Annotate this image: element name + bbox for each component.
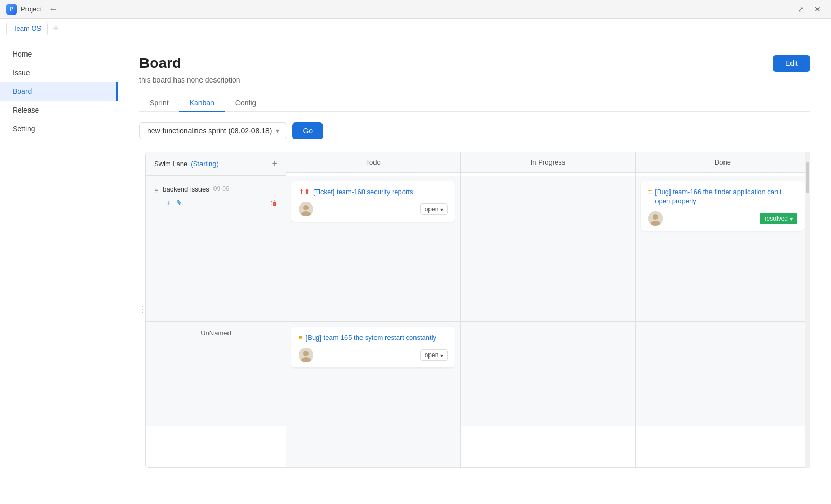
sidebar-item-board[interactable]: Board [0, 82, 118, 101]
add-tab-button[interactable]: + [50, 23, 62, 34]
inprogress-body-col [461, 176, 635, 321]
kanban-col-done: Done [636, 152, 810, 176]
drag-handle[interactable]: ⋮ [139, 152, 145, 468]
inprogress-body [461, 176, 635, 321]
card-footer-unnamed: open ▾ [299, 348, 448, 362]
kanban-col-todo: Todo [286, 152, 461, 176]
done-body: ≡ [Bug] team-166 the finder application … [636, 176, 810, 321]
status-badge-open-2[interactable]: open ▾ [420, 349, 448, 361]
lane-add-button[interactable]: + [167, 199, 171, 207]
chevron-down-icon-2: ▾ [440, 352, 443, 358]
close-button[interactable]: ✕ [810, 4, 825, 15]
unnamed-done-col [636, 322, 810, 467]
done-body-col: ≡ [Bug] team-166 the finder application … [636, 176, 810, 321]
unnamed-todo-col: ≡ [Bug] team-165 the sytem restart const… [286, 322, 461, 467]
swim-lane-add-button[interactable]: + [272, 158, 277, 169]
sidebar-item-setting[interactable]: Setting [0, 119, 118, 138]
chevron-down-icon: ▾ [790, 216, 793, 222]
kanban-col-inprogress: In Progress [461, 152, 635, 176]
board-header-row: Swim Lane (Starting) + Todo In Progress [146, 152, 810, 176]
back-button[interactable]: ← [46, 4, 60, 15]
sidebar: Home Issue Board Release Setting [0, 38, 118, 504]
status-text-2: open [425, 351, 439, 359]
status-text-resolved: resolved [765, 215, 788, 222]
todo-body-col: ⬆⬆ [Ticket] team-168 security reports [286, 176, 461, 321]
priority-icon: ⬆⬆ [299, 188, 310, 196]
card-title-done[interactable]: [Bug] team-166 the finder application ca… [655, 187, 797, 206]
swim-lane-body-col: ≡ backend issues 09-06 + ✎ 🗑 [146, 176, 286, 321]
title-bar: P Project ← — ⤢ ✕ [0, 0, 831, 19]
svg-point-4 [653, 214, 658, 220]
card-bug-166: ≡ [Bug] team-166 the finder application … [641, 181, 805, 231]
tab-label: Team OS [13, 24, 41, 32]
tab-sprint[interactable]: Sprint [139, 94, 179, 112]
tab-team-os[interactable]: Team OS [6, 22, 48, 35]
swim-lane-column: Swim Lane (Starting) + [146, 152, 286, 176]
status-text: open [425, 206, 439, 213]
chevron-down-icon: ▾ [276, 127, 279, 135]
unnamed-todo-body: ≡ [Bug] team-165 the sytem restart const… [286, 322, 460, 467]
sidebar-label-board: Board [12, 87, 32, 96]
sidebar-label-setting: Setting [12, 125, 35, 133]
board-grid: Swim Lane (Starting) + Todo In Progress [145, 152, 810, 468]
unnamed-swim-lane-col: UnNamed [146, 322, 286, 467]
main-layout: Home Issue Board Release Setting Board E… [0, 38, 831, 504]
kanban-header-inprogress: In Progress [461, 152, 635, 173]
status-badge-resolved[interactable]: resolved ▾ [760, 213, 797, 224]
unnamed-inprogress-col [461, 322, 635, 467]
lane-delete-button[interactable]: 🗑 [270, 199, 277, 207]
unnamed-inprogress-body [461, 322, 635, 426]
card-title[interactable]: [Ticket] team-168 security reports [313, 187, 413, 197]
card-bug-165: ≡ [Bug] team-165 the sytem restart const… [291, 327, 455, 367]
starting-row: ≡ backend issues 09-06 + ✎ 🗑 [146, 176, 810, 321]
lane-item-actions: + ✎ 🗑 [152, 198, 279, 210]
status-badge-open[interactable]: open ▾ [420, 203, 448, 215]
sidebar-label-release: Release [12, 106, 39, 114]
swim-lane-header: Swim Lane (Starting) + [146, 152, 286, 176]
page-description: this board has none description [139, 76, 810, 84]
window-controls: — ⤢ ✕ [776, 4, 825, 15]
scrollbar-thumb [806, 162, 809, 193]
app-icon: P [6, 4, 17, 15]
page-title: Board [139, 55, 181, 72]
card-footer-done: resolved ▾ [648, 211, 797, 226]
tab-bar: Team OS + [0, 19, 831, 38]
card-title-row-done: ≡ [Bug] team-166 the finder application … [648, 187, 797, 206]
avatar-done [648, 211, 663, 226]
sidebar-item-issue[interactable]: Issue [0, 63, 118, 82]
minimize-button[interactable]: — [776, 4, 792, 15]
view-tabs: Sprint Kanban Config [139, 94, 810, 112]
sidebar-label-home: Home [12, 50, 32, 58]
card-title-row-unnamed: ≡ [Bug] team-165 the sytem restart const… [299, 333, 448, 343]
edit-button[interactable]: Edit [773, 55, 810, 72]
vertical-scrollbar[interactable] [805, 152, 810, 468]
lane-item-name: backend issues [163, 185, 209, 193]
svg-point-1 [303, 205, 309, 210]
unnamed-label: UnNamed [146, 322, 286, 426]
sidebar-item-release[interactable]: Release [0, 101, 118, 119]
go-button[interactable]: Go [292, 122, 323, 139]
bug-icon: ≡ [648, 188, 652, 196]
swim-lane-title: Swim Lane (Starting) [154, 160, 219, 168]
unnamed-row: UnNamed ≡ [Bug] team-165 the sytem resta… [146, 321, 810, 467]
sprint-selector[interactable]: new functionalities sprint (08.02-08.18)… [139, 122, 287, 139]
sidebar-item-home[interactable]: Home [0, 45, 118, 63]
board-area: ⋮ Swim Lane (Starting) + [139, 152, 810, 468]
card-title-unnamed[interactable]: [Bug] team-165 the sytem restart constan… [306, 333, 436, 343]
swim-lane-body: ≡ backend issues 09-06 + ✎ 🗑 [146, 176, 286, 321]
card-footer: open ▾ [299, 202, 448, 216]
svg-point-7 [303, 351, 309, 356]
page-header: Board Edit [139, 55, 810, 72]
sidebar-label-issue: Issue [12, 69, 30, 77]
bug-icon-2: ≡ [299, 334, 303, 342]
app-title: Project [21, 5, 42, 13]
kanban-header-todo: Todo [286, 152, 460, 173]
kanban-header-done: Done [636, 152, 810, 173]
lane-edit-button[interactable]: ✎ [176, 199, 182, 207]
maximize-button[interactable]: ⤢ [794, 4, 808, 15]
card-ticket-168: ⬆⬆ [Ticket] team-168 security reports [291, 181, 455, 222]
card-title-row: ⬆⬆ [Ticket] team-168 security reports [299, 187, 448, 197]
tab-config[interactable]: Config [225, 94, 266, 112]
avatar [299, 202, 313, 216]
tab-kanban[interactable]: Kanban [179, 94, 225, 112]
